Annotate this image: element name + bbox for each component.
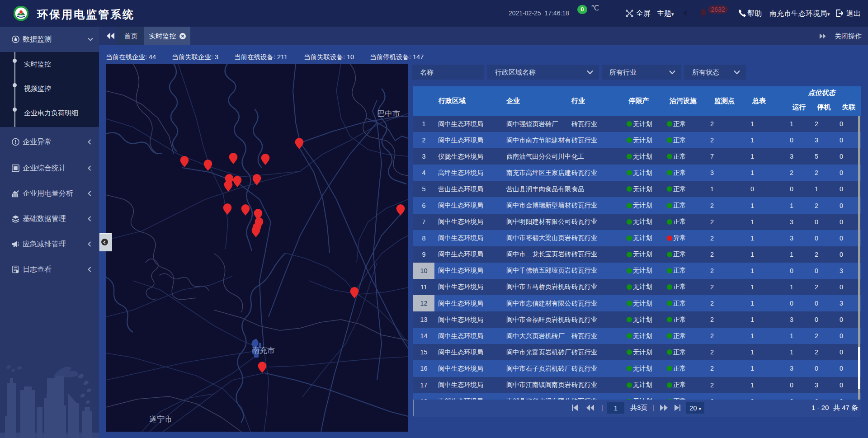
svg-text:巴中市: 巴中市 [377,109,400,118]
svg-text:遂宁市: 遂宁市 [149,415,172,424]
svg-text:南充市: 南充市 [252,346,275,355]
